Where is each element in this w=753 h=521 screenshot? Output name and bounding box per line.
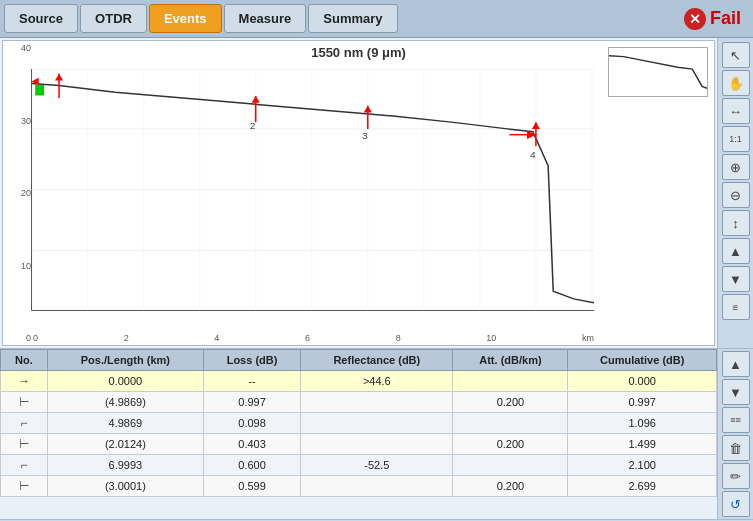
tab-summary[interactable]: Summary bbox=[308, 4, 397, 33]
row-pos: 0.0000 bbox=[47, 371, 203, 392]
fail-text: Fail bbox=[710, 8, 741, 29]
table-row[interactable]: ⌐ 6.9993 0.600 -52.5 2.100 bbox=[1, 455, 717, 476]
row-icon: ⊢ bbox=[1, 392, 48, 413]
row-icon: ⌐ bbox=[1, 455, 48, 476]
row-att: 0.200 bbox=[453, 392, 568, 413]
chart-area: 1550 nm (9 μm) 40 30 20 10 0 bbox=[2, 40, 715, 346]
svg-marker-23 bbox=[252, 96, 260, 103]
chart-svg: 2 3 4 bbox=[3, 69, 594, 325]
svg-rect-26 bbox=[36, 85, 44, 95]
row-reflectance bbox=[301, 413, 453, 434]
row-loss: 0.600 bbox=[203, 455, 300, 476]
fail-icon: ✕ bbox=[684, 8, 706, 30]
row-loss: 0.599 bbox=[203, 476, 300, 497]
row-att: 0.200 bbox=[453, 434, 568, 455]
row-cumulative: 0.000 bbox=[568, 371, 717, 392]
row-pos: (2.0124) bbox=[47, 434, 203, 455]
svg-marker-24 bbox=[364, 106, 372, 113]
row-reflectance bbox=[301, 434, 453, 455]
table-row[interactable]: ⊢ (2.0124) 0.403 0.200 1.499 bbox=[1, 434, 717, 455]
svg-text:3: 3 bbox=[362, 130, 368, 141]
svg-text:2: 2 bbox=[250, 120, 256, 131]
x-label-4: 4 bbox=[214, 333, 219, 343]
row-icon: ⊢ bbox=[1, 476, 48, 497]
edit-btn[interactable]: ✏ bbox=[722, 463, 750, 489]
col-header-reflectance: Reflectance (dB) bbox=[301, 350, 453, 371]
y-label-40: 40 bbox=[21, 43, 31, 53]
main-container: Source OTDR Events Measure Summary ✕ Fai… bbox=[0, 0, 753, 521]
row-icon: ⊢ bbox=[1, 434, 48, 455]
x-label-6: 6 bbox=[305, 333, 310, 343]
row-cumulative: 2.100 bbox=[568, 455, 717, 476]
tab-measure[interactable]: Measure bbox=[224, 4, 307, 33]
zoom-fit-btn[interactable]: ↔ bbox=[722, 98, 750, 124]
row-att: 0.200 bbox=[453, 476, 568, 497]
col-header-pos: Pos./Length (km) bbox=[47, 350, 203, 371]
scroll-down-table-btn[interactable]: ▼ bbox=[722, 379, 750, 405]
pan-tool-btn[interactable]: ✋ bbox=[722, 70, 750, 96]
chart-thumbnail bbox=[608, 47, 708, 97]
row-loss: 0.403 bbox=[203, 434, 300, 455]
row-reflectance bbox=[301, 476, 453, 497]
table-row[interactable]: → 0.0000 -- >44.6 0.000 bbox=[1, 371, 717, 392]
table-row[interactable]: ⊢ (4.9869) 0.997 0.200 0.997 bbox=[1, 392, 717, 413]
trace-btn[interactable]: ≡ bbox=[722, 294, 750, 320]
chart-section: 1550 nm (9 μm) 40 30 20 10 0 bbox=[0, 38, 753, 348]
nav-bar: Source OTDR Events Measure Summary ✕ Fai… bbox=[0, 0, 753, 38]
row-reflectance: -52.5 bbox=[301, 455, 453, 476]
right-toolbar: ↖ ✋ ↔ 1:1 ⊕ ⊖ ↕ ▲ ▼ ≡ bbox=[717, 38, 753, 348]
tab-source[interactable]: Source bbox=[4, 4, 78, 33]
refresh-btn[interactable]: ↺ bbox=[722, 491, 750, 517]
zoom-out-btn[interactable]: ⊖ bbox=[722, 182, 750, 208]
row-pos: (4.9869) bbox=[47, 392, 203, 413]
fail-badge: ✕ Fail bbox=[684, 8, 741, 30]
zoom-vertical-btn[interactable]: ↕ bbox=[722, 210, 750, 236]
x-label-2: 2 bbox=[124, 333, 129, 343]
zoom-1to1-btn[interactable]: 1:1 bbox=[722, 126, 750, 152]
table-row[interactable]: ⌐ 4.9869 0.098 1.096 bbox=[1, 413, 717, 434]
row-reflectance bbox=[301, 392, 453, 413]
svg-marker-22 bbox=[55, 74, 63, 81]
row-att bbox=[453, 413, 568, 434]
svg-text:4: 4 bbox=[530, 149, 536, 160]
row-cumulative: 0.997 bbox=[568, 392, 717, 413]
row-att bbox=[453, 371, 568, 392]
row-pos: (3.0001) bbox=[47, 476, 203, 497]
x-label-10: 10 bbox=[486, 333, 496, 343]
svg-marker-25 bbox=[532, 122, 540, 129]
scroll-down-btn[interactable]: ▼ bbox=[722, 266, 750, 292]
zoom-in-btn[interactable]: ⊕ bbox=[722, 154, 750, 180]
pointer-tool-btn[interactable]: ↖ bbox=[722, 42, 750, 68]
col-header-cumulative: Cumulative (dB) bbox=[568, 350, 717, 371]
row-cumulative: 2.699 bbox=[568, 476, 717, 497]
col-header-loss: Loss (dB) bbox=[203, 350, 300, 371]
table-right-toolbar: ▲ ▼ ≡≡ 🗑 ✏ ↺ bbox=[717, 349, 753, 519]
y-label-0: 0 bbox=[26, 333, 31, 343]
x-label-8: 8 bbox=[396, 333, 401, 343]
row-reflectance: >44.6 bbox=[301, 371, 453, 392]
trace-select-btn[interactable]: ≡≡ bbox=[722, 407, 750, 433]
delete-btn[interactable]: 🗑 bbox=[722, 435, 750, 461]
x-label-km: km bbox=[582, 333, 594, 343]
table-row[interactable]: ⊢ (3.0001) 0.599 0.200 2.699 bbox=[1, 476, 717, 497]
tab-otdr[interactable]: OTDR bbox=[80, 4, 147, 33]
row-loss: 0.997 bbox=[203, 392, 300, 413]
row-att bbox=[453, 455, 568, 476]
tab-events[interactable]: Events bbox=[149, 4, 222, 33]
row-loss: 0.098 bbox=[203, 413, 300, 434]
col-header-no: No. bbox=[1, 350, 48, 371]
scroll-up-btn[interactable]: ▲ bbox=[722, 238, 750, 264]
row-pos: 6.9993 bbox=[47, 455, 203, 476]
x-label-0: 0 bbox=[33, 333, 38, 343]
row-pos: 4.9869 bbox=[47, 413, 203, 434]
table-section: No. Pos./Length (km) Loss (dB) Reflectan… bbox=[0, 348, 753, 519]
data-table-container: No. Pos./Length (km) Loss (dB) Reflectan… bbox=[0, 349, 717, 519]
events-table: No. Pos./Length (km) Loss (dB) Reflectan… bbox=[0, 349, 717, 497]
row-icon: ⌐ bbox=[1, 413, 48, 434]
chart-bottom-axis: 0 2 4 6 8 10 km bbox=[33, 333, 594, 343]
row-cumulative: 1.499 bbox=[568, 434, 717, 455]
scroll-up-table-btn[interactable]: ▲ bbox=[722, 351, 750, 377]
svg-rect-0 bbox=[609, 48, 707, 96]
row-icon: → bbox=[1, 371, 48, 392]
row-loss: -- bbox=[203, 371, 300, 392]
